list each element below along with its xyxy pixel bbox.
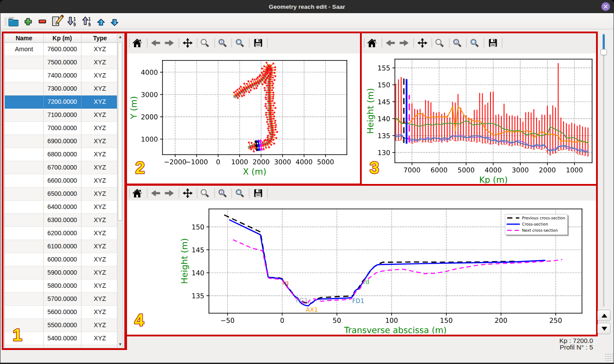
svg-text:9: 9 — [88, 22, 91, 27]
svg-text:1: 1 — [73, 17, 76, 21]
svg-text:1: 1 — [88, 17, 91, 21]
svg-text:2: 2 — [135, 158, 145, 177]
svg-text:1: 1 — [13, 325, 22, 344]
svg-text:9: 9 — [73, 22, 76, 27]
svg-text:3: 3 — [370, 158, 379, 177]
svg-text:4: 4 — [134, 311, 144, 329]
